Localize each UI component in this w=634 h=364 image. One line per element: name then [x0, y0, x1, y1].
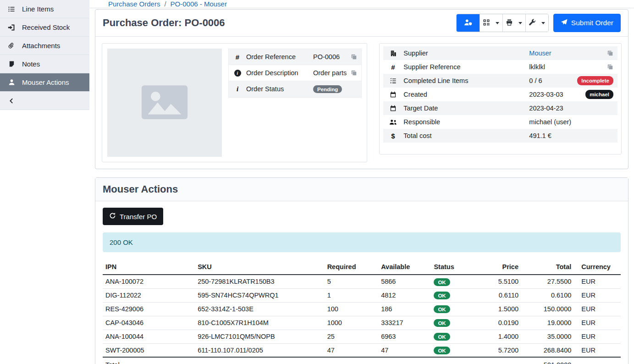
col-header-status: Status [431, 259, 474, 275]
table-row: CAP-043046 810-C1005X7R1H104M 1000 33321… [103, 316, 621, 330]
completed-line-items-label: Completed Line Items [403, 77, 524, 84]
order-description-row: Order Description Order parts [229, 65, 361, 81]
incomplete-badge: Incomplete [577, 76, 613, 85]
order-info-card: Order Reference PO-0006 Order Descriptio… [102, 43, 367, 162]
total-row-value: 501.0000 [521, 357, 574, 364]
cell-status: OK [431, 288, 474, 302]
cell-status: OK [431, 275, 474, 288]
submit-order-label: Submit Order [571, 19, 613, 27]
cell-required: 1 [325, 288, 379, 302]
submit-order-button[interactable]: Submit Order [553, 14, 621, 32]
sidebar-item-received-stock[interactable]: Received Stock [0, 18, 89, 37]
chevron-down-icon [496, 22, 499, 24]
copy-icon[interactable] [607, 64, 613, 70]
created-row: Created 2023-03-03 michael [383, 88, 617, 101]
cell-currency: EUR [574, 330, 621, 343]
sidebar-item-attachments[interactable]: Attachments [0, 37, 89, 55]
cell-sku: 250-72981KLRATR150B3 [195, 275, 325, 288]
mouser-actions-title: Mouser Actions [103, 183, 178, 195]
col-header-sku: SKU [195, 259, 325, 275]
breadcrumb-link-purchase-orders[interactable]: Purchase Orders [108, 0, 160, 8]
order-description-value: Order parts [313, 69, 347, 77]
completed-line-items-value: 0 / 6 [529, 77, 572, 84]
calendar-icon [387, 105, 398, 112]
responsible-row: Responsible michael (user) [383, 115, 617, 129]
refresh-icon [109, 212, 116, 221]
supplier-link[interactable]: Mouser [529, 50, 551, 57]
cell-total: 35.0000 [521, 330, 574, 343]
supplier-reference-value: lklklkl [529, 63, 602, 71]
chevron-left-icon [7, 98, 16, 104]
cell-price: 5.5100 [474, 275, 521, 288]
list-icon [7, 6, 16, 13]
ok-badge: OK [434, 305, 450, 313]
sidebar-collapse-button[interactable] [0, 92, 89, 110]
paperclip-icon [7, 42, 16, 50]
col-header-total: Total [521, 259, 574, 275]
ok-badge: OK [434, 333, 450, 341]
sidebar-item-notes[interactable]: Notes [0, 55, 89, 73]
cell-required: 5 [325, 275, 379, 288]
order-details: Order Reference PO-0006 Order Descriptio… [95, 37, 628, 169]
dollar-icon [387, 132, 398, 140]
cell-ipn: DIG-112022 [103, 288, 195, 302]
print-dropdown-button[interactable] [502, 14, 525, 32]
table-row: RES-429006 652-3314Z-1-503E 100 186 OK 1… [103, 302, 621, 316]
transfer-po-button[interactable]: Transfer PO [103, 208, 163, 225]
user-shield-icon [464, 19, 472, 28]
image-icon [138, 75, 192, 131]
status-badge: Pending [313, 85, 342, 93]
cell-currency: EUR [574, 302, 621, 316]
sidebar-item-line-items[interactable]: Line Items [0, 0, 89, 18]
cell-available: 6963 [378, 330, 431, 343]
cell-currency: EUR [574, 316, 621, 330]
breadcrumb-link-current-order[interactable]: PO-0006 - Mouser [171, 0, 227, 8]
copy-icon[interactable] [351, 70, 357, 76]
table-header-row: IPN SKU Required Available Status Price … [103, 259, 621, 275]
col-header-available: Available [378, 259, 431, 275]
sidebar-item-label: Mouser Actions [22, 78, 69, 86]
sidebar-item-label: Attachments [22, 42, 60, 50]
table-total-row: Total 501.0000 [103, 357, 621, 364]
order-status-value: Pending [313, 85, 357, 93]
completed-line-items-row: Completed Line Items 0 / 6 Incomplete [383, 74, 617, 88]
ok-badge: OK [434, 347, 450, 354]
order-status-row: Order Status Pending [229, 81, 361, 97]
cell-currency: EUR [574, 343, 621, 357]
copy-icon[interactable] [351, 54, 357, 60]
cell-sku: 810-C1005X7R1H104M [195, 316, 325, 330]
breadcrumb-separator: / [164, 0, 166, 8]
barcode-dropdown-button[interactable] [480, 14, 502, 32]
created-value: 2023-03-03 [529, 91, 580, 98]
copy-icon[interactable] [607, 50, 613, 56]
transfer-po-label: Transfer PO [120, 213, 157, 221]
order-image-placeholder[interactable] [107, 49, 222, 157]
ok-badge: OK [434, 278, 450, 286]
options-dropdown-button[interactable] [525, 14, 548, 32]
supplier-label: Supplier [403, 50, 524, 57]
cell-ipn: ANA-100072 [103, 275, 195, 288]
cell-required: 1000 [325, 316, 379, 330]
cell-available: 186 [378, 302, 431, 316]
wrench-icon [529, 19, 536, 28]
total-cost-row: Total cost 491.1 € [383, 129, 617, 143]
cell-total: 0.6100 [521, 288, 574, 302]
sidebar-item-mouser-actions[interactable]: Mouser Actions [0, 73, 89, 92]
line-items-table: IPN SKU Required Available Status Price … [103, 259, 621, 364]
chevron-down-icon [541, 22, 545, 24]
cell-available: 4812 [378, 288, 431, 302]
cell-currency: EUR [574, 275, 621, 288]
user-icon [7, 79, 16, 86]
cell-required: 100 [325, 302, 379, 316]
cell-required: 47 [325, 343, 379, 357]
order-reference-row: Order Reference PO-0006 [229, 49, 361, 65]
order-reference-value: PO-0006 [313, 53, 347, 61]
cell-sku: 926-LMC7101QM5/NOPB [195, 330, 325, 343]
cell-price: 0.0190 [474, 316, 521, 330]
mouser-actions-panel: Mouser Actions Transfer PO 200 OK [95, 177, 628, 364]
page-title: Purchase Order: PO-0006 [103, 17, 225, 29]
main-content: Purchase Orders / PO-0006 - Mouser Purch… [89, 0, 634, 364]
col-header-required: Required [325, 259, 379, 275]
user-roles-button[interactable] [457, 14, 480, 32]
cell-price: 1.4000 [474, 330, 521, 343]
